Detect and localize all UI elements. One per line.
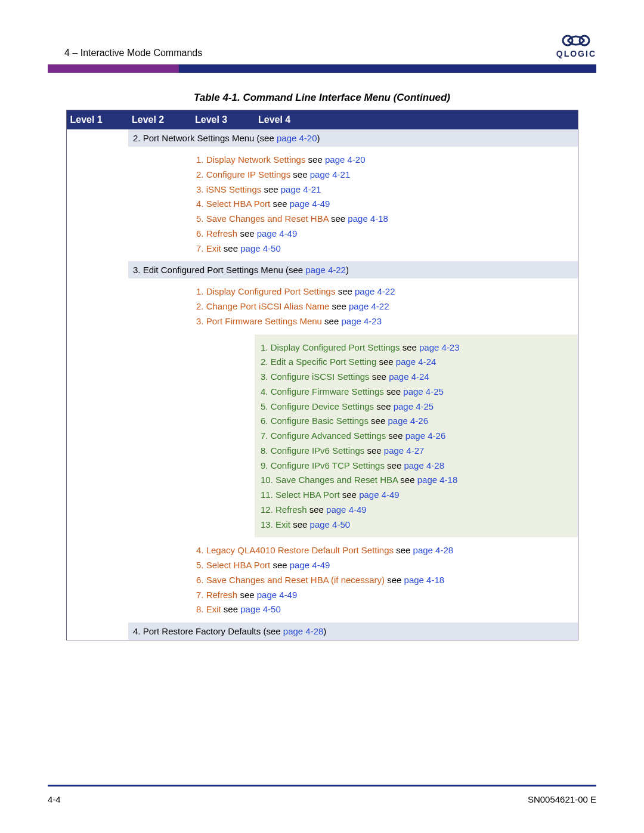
level2-heading: 2. Port Network Settings Menu (see page … (128, 129, 578, 147)
num: 13. (261, 519, 275, 529)
table-row: 1. Display Configured Port Settings see … (66, 278, 578, 334)
title: Refresh (275, 504, 307, 515)
title: Configure Firmware Settings (271, 386, 384, 397)
see: see (340, 490, 360, 500)
num: 7. (261, 431, 271, 441)
page-ref-link[interactable]: page 4-25 (403, 386, 444, 397)
see-close: ) (346, 265, 349, 275)
see: see (290, 519, 310, 529)
page-ref-link[interactable]: page 4-24 (389, 371, 429, 382)
num: 2. (133, 133, 141, 143)
page-ref-link[interactable]: page 4-22 (355, 286, 395, 296)
list-item: 3. Port Firmware Settings Menu see page … (196, 315, 573, 328)
col-level3: Level 3 (191, 110, 255, 130)
see: see (322, 316, 342, 326)
page-ref-link[interactable]: page 4-22 (349, 301, 389, 311)
num: 8. (196, 604, 206, 614)
list-item: 12. Refresh see page 4-49 (261, 503, 572, 516)
num: 11. (261, 490, 275, 500)
page-ref-link[interactable]: page 4-50 (240, 604, 281, 614)
num: 4. (196, 199, 206, 209)
list-item: 7. Configure Advanced Settings see page … (261, 429, 572, 442)
list-item: 2. Edit a Specific Port Setting see page… (261, 355, 572, 368)
page-ref-link[interactable]: page 4-26 (388, 416, 428, 426)
page-ref-link[interactable]: page 4-28 (283, 626, 324, 636)
num: 3. (196, 316, 206, 326)
page-ref-link[interactable]: page 4-28 (404, 460, 444, 470)
num: 3. (261, 371, 271, 382)
page-ref-link[interactable]: page 4-49 (290, 199, 330, 209)
num: 7. (196, 590, 206, 600)
see: see (221, 243, 241, 253)
list-item: 8. Configure IPv6 Settings see page 4-27 (261, 444, 572, 457)
num: 2. (196, 169, 206, 179)
page-ref-link[interactable]: page 4-49 (257, 228, 298, 239)
title: iSNS Settings (206, 184, 262, 194)
see-close: ) (317, 133, 320, 143)
page-ref-link[interactable]: page 4-50 (240, 243, 281, 253)
title: Select HBA Port (206, 199, 271, 209)
num: 12. (261, 504, 275, 515)
page-ref-link[interactable]: page 4-26 (405, 431, 446, 441)
page-ref-link[interactable]: page 4-21 (310, 169, 351, 179)
see: see (364, 445, 384, 456)
page-ref-link[interactable]: page 4-18 (404, 575, 445, 585)
see: see (385, 460, 404, 470)
page-ref-link[interactable]: page 4-50 (310, 519, 351, 529)
list-item: 1. Display Network Settings see page 4-2… (196, 153, 573, 166)
num: 6. (196, 575, 206, 585)
page-footer: 4-4 SN0054621-00 E (48, 794, 596, 804)
page-ref-link[interactable]: page 4-49 (257, 590, 298, 600)
table-row: 2. Port Network Settings Menu (see page … (66, 129, 578, 147)
page-ref-link[interactable]: page 4-24 (396, 357, 436, 367)
see: see (290, 169, 310, 179)
title: Save Changes and Reset HBA (275, 475, 398, 485)
list-item: 3. Configure iSCSI Settings see page 4-2… (261, 370, 572, 383)
see: see (384, 386, 404, 397)
see: see (261, 184, 281, 194)
title: Configure Advanced Settings (271, 431, 386, 441)
num: 8. (261, 445, 271, 456)
see: see (398, 475, 417, 485)
title: Display Configured Port Settings (271, 342, 400, 352)
num: 6. (196, 228, 206, 239)
level2-heading: 3. Edit Configured Port Settings Menu (s… (128, 261, 578, 278)
list-item: 6. Save Changes and Reset HBA (if necess… (196, 574, 573, 587)
page-ref-link[interactable]: page 4-49 (326, 504, 367, 515)
page-ref-link[interactable]: page 4-23 (341, 316, 382, 326)
page-ref-link[interactable]: page 4-49 (290, 560, 330, 570)
table-row: 4. Port Restore Factory Defaults (see pa… (66, 623, 578, 640)
page-ref-link[interactable]: page 4-22 (305, 265, 346, 275)
num: 4. (133, 626, 141, 636)
title: Exit (206, 243, 221, 253)
page-ref-link[interactable]: page 4-28 (413, 545, 454, 555)
level3-list: 1. Display Network Settings see page 4-2… (191, 147, 578, 261)
num: 4. (196, 545, 206, 555)
table-row: 1. Display Configured Port Settings see … (66, 335, 578, 538)
see: see (369, 416, 388, 426)
see: see (270, 560, 290, 570)
title: Display Configured Port Settings (206, 286, 336, 296)
page-ref-link[interactable]: page 4-20 (325, 154, 366, 165)
list-item: 6. Refresh see page 4-49 (196, 227, 573, 240)
page-ref-link[interactable]: page 4-27 (384, 445, 425, 456)
title: Configure IPv6 TCP Settings (271, 460, 385, 470)
num: 5. (261, 401, 271, 411)
see: see (237, 590, 257, 600)
page-ref-link[interactable]: page 4-20 (277, 133, 317, 143)
footer-rule (48, 785, 596, 786)
see-close: ) (323, 626, 326, 636)
see: see (385, 575, 404, 585)
table-header-row: Level 1 Level 2 Level 3 Level 4 (66, 110, 578, 130)
table-row: 4. Legacy QLA4010 Restore Default Port S… (66, 537, 578, 623)
title: Configure IPv6 Settings (271, 445, 365, 456)
level3-list: 4. Legacy QLA4010 Restore Default Port S… (191, 537, 578, 623)
page-ref-link[interactable]: page 4-23 (419, 342, 460, 352)
page-ref-link[interactable]: page 4-21 (281, 184, 321, 194)
see: see (386, 431, 405, 441)
page-ref-link[interactable]: page 4-25 (394, 401, 434, 411)
page-ref-link[interactable]: page 4-18 (348, 213, 388, 224)
page-ref-link[interactable]: page 4-49 (359, 490, 400, 500)
see: see (237, 228, 257, 239)
page-ref-link[interactable]: page 4-18 (417, 475, 458, 485)
